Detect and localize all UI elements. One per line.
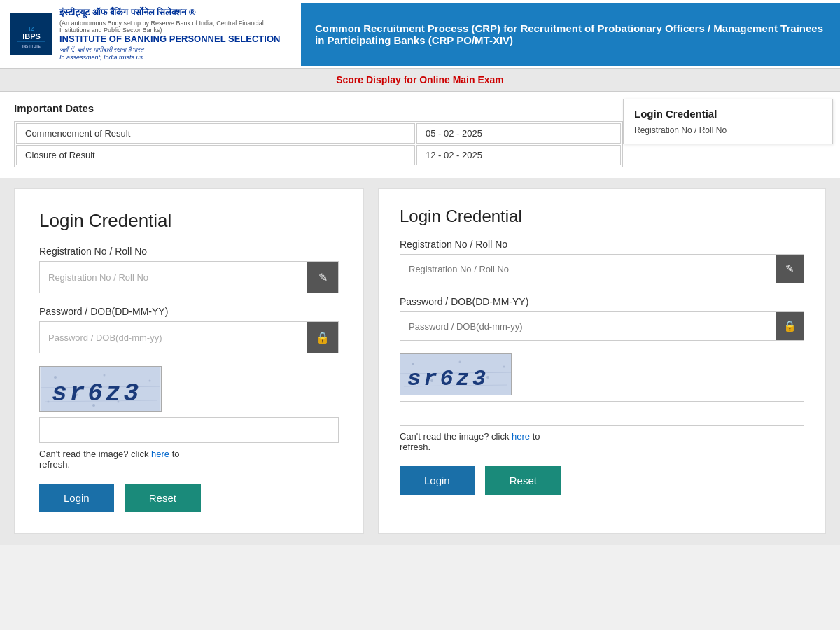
button-row-left: Login Reset — [39, 484, 339, 519]
captcha-group-left: sr6z3 Can't read the image? click here t… — [39, 366, 339, 470]
reset-button-right[interactable]: Reset — [485, 466, 561, 495]
reg-input-row-right: ✎ — [400, 254, 804, 284]
date-row-1: Commencement of Result 05 - 02 - 2025 — [16, 123, 621, 144]
reg-edit-button-right[interactable]: ✎ — [776, 255, 804, 283]
cant-read-prefix-right: Can't read the image? click — [400, 431, 512, 442]
reg-input-row-left: ✎ — [39, 261, 339, 293]
floating-card-field-label: Registration No / Roll No — [634, 125, 822, 135]
org-name-hindi: इंस्टीट्यूट ऑफ बैंकिंग पर्सोनेल सिलेक्शन… — [59, 7, 290, 18]
svg-text:INSTITUTE: INSTITUTE — [22, 44, 41, 48]
date-row-2: Closure of Result 12 - 02 - 2025 — [16, 145, 621, 165]
ibps-logo: IZ IBPS INSTITUTE — [10, 13, 52, 55]
cant-read-right: Can't read the image? click here torefre… — [400, 431, 804, 452]
floating-card-title: Login Credential — [634, 108, 822, 120]
header: IZ IBPS INSTITUTE इंस्टीट्यूट ऑफ बैंकिंग… — [0, 0, 840, 69]
reg-edit-button-left[interactable]: ✎ — [307, 262, 338, 293]
password-field-group-right: Password / DOB(DD-MM-YY) 🔒 — [400, 296, 804, 341]
svg-point-8 — [103, 374, 105, 377]
svg-text:IBPS: IBPS — [22, 32, 41, 41]
password-input-row-right: 🔒 — [400, 312, 804, 341]
svg-text:sr6z3: sr6z3 — [407, 366, 489, 392]
password-label-left: Password / DOB(DD-MM-YY) — [39, 306, 339, 317]
captcha-input-left[interactable] — [39, 417, 339, 443]
cant-read-suffix-left: to — [169, 449, 179, 459]
cant-read-suffix-right: to — [530, 431, 540, 442]
captcha-image-left: sr6z3 — [39, 366, 162, 412]
svg-point-20 — [459, 361, 461, 363]
date-value-2: 12 - 02 - 2025 — [416, 145, 621, 165]
svg-point-18 — [412, 363, 414, 365]
cant-read-prefix-left: Can't read the image? click — [39, 449, 151, 459]
password-input-row-left: 🔒 — [39, 321, 339, 354]
right-card-title: Login Credential — [400, 206, 804, 226]
refresh-link-left[interactable]: here — [151, 449, 169, 459]
org-name-english: INSTITUTE OF BANKING PERSONNEL SELECTION — [59, 34, 290, 44]
tagline2: In assessment, India trusts us — [59, 54, 290, 61]
reg-input-right[interactable] — [400, 257, 776, 281]
password-input-left[interactable] — [40, 326, 307, 350]
dates-table: Commencement of Result 05 - 02 - 2025 Cl… — [14, 121, 623, 167]
date-value-1: 05 - 02 - 2025 — [416, 123, 621, 144]
logo-text: इंस्टीट्यूट ऑफ बैंकिंग पर्सोनेल सिलेक्शन… — [59, 7, 290, 61]
reg-field-group-left: Registration No / Roll No ✎ — [39, 246, 339, 293]
captcha-image-right: sr6z3 — [400, 354, 512, 396]
left-card-title: Login Credential — [39, 210, 339, 232]
login-card-floating: Login Credential Registration No / Roll … — [623, 99, 833, 144]
main-content: Login Credential Registration No / Roll … — [0, 178, 840, 545]
button-row-right: Login Reset — [400, 466, 804, 502]
reset-button-left[interactable]: Reset — [125, 484, 201, 512]
logo-area: IZ IBPS INSTITUTE इंस्टीट्यूट ऑफ बैंकिंग… — [0, 0, 301, 68]
reg-field-group-right: Registration No / Roll No ✎ — [400, 239, 804, 284]
cant-read-left: Can't read the image? click here torefre… — [39, 449, 339, 470]
login-card-left: Login Credential Registration No / Roll … — [14, 188, 364, 534]
reg-label-right: Registration No / Roll No — [400, 239, 804, 250]
svg-text:sr6z3: sr6z3 — [52, 379, 141, 408]
date-label-2: Closure of Result — [16, 145, 415, 165]
reg-label-left: Registration No / Roll No — [39, 246, 339, 257]
password-icon-button-right[interactable]: 🔒 — [776, 312, 804, 340]
svg-point-6 — [54, 376, 57, 379]
password-input-right[interactable] — [400, 314, 776, 339]
password-icon-button-left[interactable]: 🔒 — [307, 322, 338, 353]
svg-text:IZ: IZ — [29, 25, 35, 32]
org-subtitle: (An autonomous Body set up by Reserve Ba… — [59, 20, 290, 34]
header-title: Common Recruitment Process (CRP) for Rec… — [301, 3, 840, 66]
captcha-group-right: sr6z3 Can't read the image? click here t… — [400, 354, 804, 452]
login-button-left[interactable]: Login — [39, 484, 114, 512]
login-card-right: Login Credential Registration No / Roll … — [378, 188, 826, 534]
score-bar: Score Display for Online Main Exam — [0, 69, 840, 92]
tagline1: जहाँ में, वहां पर भागीदारी रखना है भारत — [59, 46, 290, 54]
login-button-right[interactable]: Login — [400, 466, 475, 495]
refresh-link-right[interactable]: here — [512, 431, 530, 442]
score-bar-text: Score Display for Online Main Exam — [336, 74, 504, 85]
password-label-right: Password / DOB(DD-MM-YY) — [400, 296, 804, 307]
reg-input-left[interactable] — [40, 265, 307, 290]
svg-point-22 — [503, 366, 505, 368]
svg-point-10 — [148, 380, 150, 382]
password-field-group-left: Password / DOB(DD-MM-YY) 🔒 — [39, 306, 339, 354]
date-label-1: Commencement of Result — [16, 123, 415, 144]
captcha-input-right[interactable] — [400, 401, 804, 426]
important-dates-section: Important Dates Commencement of Result 0… — [0, 92, 840, 178]
